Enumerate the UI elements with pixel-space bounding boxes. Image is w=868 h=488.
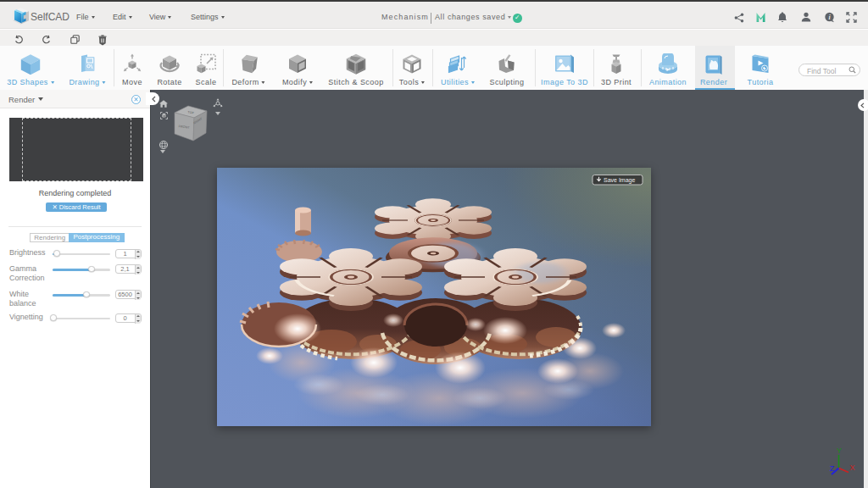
svg-text:Z: Z [830, 464, 835, 473]
svg-text:Save Image: Save Image [604, 177, 635, 184]
svg-text:X: X [849, 463, 854, 472]
svg-text:Y: Y [837, 446, 842, 455]
